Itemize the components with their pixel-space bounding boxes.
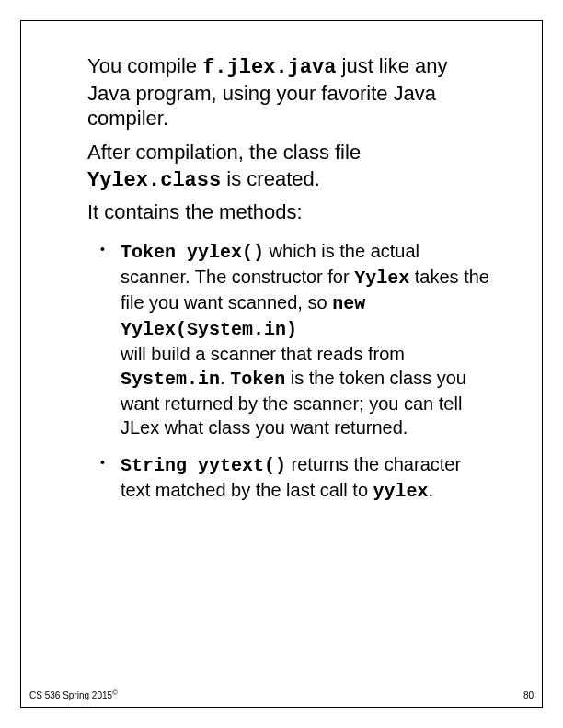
- methods-list: Token yylex() which is the actual scanne…: [87, 239, 489, 504]
- code-ref: System.in: [121, 369, 220, 390]
- text: It contains the methods:: [87, 200, 303, 223]
- list-item: Token yylex() which is the actual scanne…: [106, 239, 489, 439]
- footer-page-number: 80: [523, 690, 534, 700]
- code-ref: yylex: [373, 481, 429, 502]
- text: .: [220, 368, 230, 388]
- list-item: String yytext() returns the character te…: [106, 452, 489, 504]
- code-class: Yylex: [354, 267, 409, 289]
- text: You compile: [87, 54, 202, 77]
- copyright-icon: ©: [112, 688, 118, 697]
- text: is created.: [221, 167, 320, 190]
- code-method: Token yylex(): [121, 242, 264, 263]
- code-method: String yytext(): [121, 455, 286, 476]
- code-class: Token: [230, 369, 285, 390]
- paragraph-3: It contains the methods:: [87, 199, 489, 226]
- paragraph-1: You compile f.jlex.java just like any Ja…: [87, 53, 489, 131]
- code-classfile: Yylex.class: [87, 169, 221, 192]
- footer-course: CS 536 Spring 2015©: [29, 688, 118, 700]
- slide-content: You compile f.jlex.java just like any Ja…: [87, 53, 489, 517]
- page-number: 80: [523, 690, 534, 700]
- text: will build a scanner that reads from: [121, 344, 405, 364]
- text: .: [429, 480, 434, 500]
- text: After compilation, the class file: [87, 141, 361, 164]
- paragraph-2: After compilation, the class file Yylex.…: [87, 139, 489, 195]
- footer-text: CS 536 Spring 2015: [29, 690, 112, 700]
- code-filename: f.jlex.java: [202, 56, 336, 79]
